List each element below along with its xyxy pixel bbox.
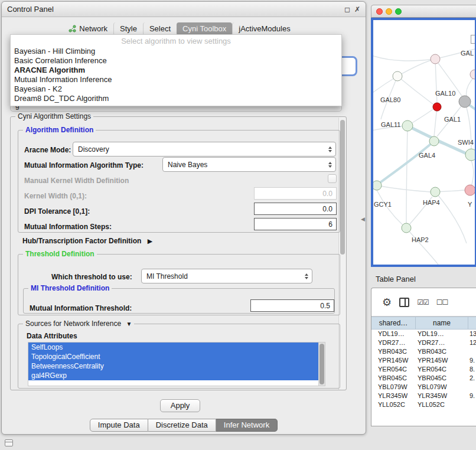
mi-steps-input[interactable]: 6 (254, 218, 337, 230)
table-row[interactable]: YLR345W YLR345W 9. (371, 392, 476, 400)
table-panel-title: Table Panel (376, 275, 416, 283)
node-gal1[interactable] (459, 96, 471, 107)
sources-toggle[interactable]: Sources for Network Inference ▼ (23, 319, 134, 328)
table-row[interactable]: YBL079W YBL079W (371, 383, 476, 392)
cell: YBR045C (416, 374, 468, 383)
tab-discretize-data[interactable]: Discretize Data (148, 419, 216, 432)
table-body: YDL19… YDL19… 13 YDR27… YDR27… 12 YBR043… (371, 330, 476, 409)
deselect-all-checkboxes-icon[interactable]: ☐☐ (436, 298, 448, 306)
select-all-checkboxes-icon[interactable]: ☑☑ (417, 298, 429, 306)
panel-collapse-icon[interactable]: ◀ (361, 216, 365, 222)
algorithm-option[interactable]: Mutual Information Inference (11, 75, 341, 84)
attribute-item-selected[interactable]: BetweennessCentrality (28, 361, 319, 371)
node-gal10[interactable] (433, 103, 441, 111)
mi-threshold-group: MI Threshold Definition Mutual Informati… (23, 288, 335, 314)
table-row[interactable]: YPR145W YPR145W 9. (371, 356, 476, 365)
close-traffic-light[interactable] (376, 8, 383, 15)
node-gal11[interactable] (402, 120, 413, 131)
table-row[interactable]: YBR043C YBR043C (371, 347, 476, 356)
algorithm-option[interactable]: Basic Correlation Inference (11, 56, 341, 66)
node-gal80[interactable] (393, 71, 402, 81)
cell: YDL19… (416, 330, 468, 338)
aracne-mode-label: Aracne Mode: (24, 146, 71, 154)
mini-panel-icon[interactable] (5, 439, 13, 446)
network-window-titlebar[interactable] (371, 5, 476, 18)
tab-select[interactable]: Select (143, 22, 177, 35)
column-header-name[interactable]: name (416, 317, 468, 329)
mi-algorithm-type-select[interactable]: Naive Bayes (162, 157, 336, 172)
zoom-traffic-light[interactable] (395, 8, 402, 15)
table-row[interactable]: YBR045C YBR045C 2. (371, 374, 476, 383)
tab-jactivemodules[interactable]: jActiveModules (232, 22, 296, 35)
manual-kernel-width-checkbox[interactable] (328, 174, 337, 183)
node-y[interactable] (465, 185, 475, 195)
network-graph[interactable]: GAL GAL80 GAL10 GAL11 GAL1 SWI4 GAL4 GCY… (373, 20, 475, 265)
tab-style[interactable]: Style (113, 22, 143, 35)
scrollbar-thumb[interactable] (340, 120, 345, 255)
gear-icon[interactable]: ⚙ (382, 296, 392, 309)
tab-network[interactable]: Network (63, 22, 113, 35)
data-attributes-list[interactable]: SelfLoops TopologicalCoefficient Between… (28, 342, 325, 386)
node-top[interactable] (431, 54, 440, 64)
node-swi4[interactable] (465, 149, 475, 161)
node-gcy1[interactable] (373, 181, 382, 190)
manual-kernel-width-label: Manual Kernel Width Definition (24, 177, 129, 185)
table-panel-window: ⚙ ☑☑ ☐☐ shared… name YDL19… YDL19… 13 YD… (371, 288, 476, 426)
dpi-tolerance-label: DPI Tolerance [0,1]: (24, 207, 90, 216)
table-row[interactable]: YLL052C YLL052C (371, 400, 476, 409)
algorithm-option[interactable]: Bayesian - Hill Climbing (11, 47, 341, 56)
mi-threshold-input[interactable]: 0.5 (250, 299, 334, 312)
hub-definition-toggle[interactable]: Hub/Transcription Factor Definition ▶ (22, 237, 152, 245)
table-row[interactable]: YDL19… YDL19… 13 (371, 330, 476, 338)
attribute-item-selected[interactable]: gal4RGexp (28, 371, 319, 380)
minimize-traffic-light[interactable] (386, 8, 392, 15)
chevron-right-icon[interactable]: ▶ (148, 237, 152, 244)
aracne-mode-select[interactable]: Discovery (73, 142, 336, 156)
chevron-down-icon[interactable]: ▼ (126, 321, 132, 327)
algorithm-option[interactable]: Dream8 DC_TDC Algorithm (11, 94, 341, 103)
cell: YER054C (416, 365, 468, 374)
network-view-window: GAL GAL80 GAL10 GAL11 GAL1 SWI4 GAL4 GCY… (371, 5, 476, 267)
kernel-width-input[interactable]: 0.0 (254, 187, 337, 200)
dpi-tolerance-value: 0.0 (322, 205, 332, 213)
float-icon[interactable]: ◻ (344, 5, 350, 14)
node-hap4[interactable] (431, 187, 440, 197)
node-label: GAL4 (419, 152, 435, 159)
attribute-item-selected[interactable]: TopologicalCoefficient (28, 352, 319, 361)
network-tab-icon (69, 25, 76, 32)
algorithm-option[interactable]: Bayesian - K2 (11, 84, 341, 94)
node-hap2[interactable] (402, 223, 411, 233)
which-threshold-select[interactable]: MI Threshold (141, 269, 312, 283)
table-row[interactable]: YDR27… YDR27… 12 (371, 338, 476, 347)
which-threshold-value: MI Threshold (146, 272, 188, 281)
control-panel-titlebar[interactable]: Control Panel ◻ ✗ (2, 2, 366, 17)
cell: YLL052C (371, 400, 416, 409)
apply-button[interactable]: Apply (160, 399, 200, 412)
column-header-partial[interactable] (468, 317, 476, 329)
cell: 2. (468, 374, 476, 383)
mi-algorithm-type-label: Mutual Information Algorithm Type: (24, 161, 144, 169)
columns-icon[interactable] (399, 298, 409, 307)
scrollbar-thumb[interactable] (319, 344, 324, 384)
dpi-tolerance-input[interactable]: 0.0 (254, 203, 337, 215)
combo-arrows-icon (328, 146, 332, 152)
control-panel-window: Control Panel ◻ ✗ Network Style Select C… (1, 1, 366, 435)
tab-cyni-toolbox[interactable]: Cyni Toolbox (177, 22, 232, 35)
cell (468, 400, 476, 409)
cell: YBR043C (371, 347, 416, 356)
cell: 9. (468, 356, 476, 365)
node-gal4[interactable] (429, 136, 439, 146)
tab-impute-data[interactable]: Impute Data (90, 419, 148, 432)
algorithm-option-selected[interactable]: ARACNE Algorithm (11, 66, 341, 75)
close-icon[interactable]: ✗ (354, 5, 360, 14)
table-row[interactable]: YER054C YER054C 8. (371, 365, 476, 374)
scrollbar-fragment[interactable] (471, 35, 476, 44)
network-canvas[interactable]: GAL GAL80 GAL10 GAL11 GAL1 SWI4 GAL4 GCY… (371, 18, 476, 267)
tab-infer-network[interactable]: Infer Network (216, 419, 278, 432)
node-gal[interactable] (470, 70, 475, 79)
cell: YLR345W (371, 392, 416, 400)
attribute-item-selected[interactable]: SelfLoops (28, 343, 319, 352)
column-header-shared-name[interactable]: shared… (371, 317, 416, 329)
node-label: GAL (461, 50, 474, 57)
attributes-list-scrollbar[interactable] (318, 343, 325, 386)
